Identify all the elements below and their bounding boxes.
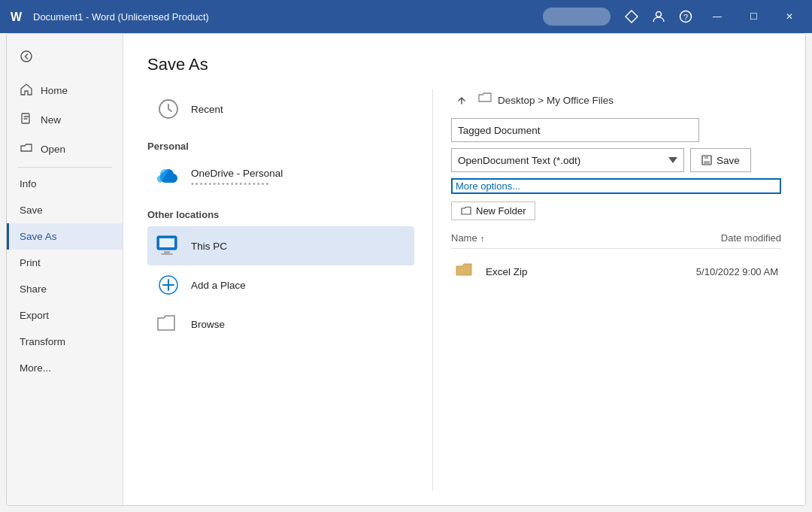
sidebar-item-print[interactable]: Print (7, 250, 123, 276)
svg-rect-10 (159, 238, 174, 247)
sidebar-item-export[interactable]: Export (7, 302, 123, 329)
sidebar-item-info[interactable]: Info (7, 171, 123, 197)
diamond-icon[interactable] (620, 5, 644, 29)
file-browser: Desktop > My Office Files OpenDocument T… (433, 89, 781, 490)
svg-text:W: W (11, 11, 23, 23)
breadcrumb-up-button[interactable] (451, 89, 472, 111)
sidebar-item-home[interactable]: Home (7, 76, 123, 105)
location-add-place[interactable]: Add a Place (147, 265, 414, 304)
add-place-icon (155, 271, 182, 298)
sidebar-export-label: Export (20, 310, 49, 321)
app-logo: W (6, 6, 27, 27)
onedrive-info: OneDrive - Personal •••••••••••••••••• (191, 168, 283, 188)
sidebar-divider-1 (17, 167, 112, 168)
svg-text:?: ? (683, 13, 688, 22)
locations-panel: Recent Personal OneDrive - Personal ••••… (147, 89, 433, 490)
file-date: 5/10/2022 9:00 AM (658, 266, 778, 277)
sidebar-item-more[interactable]: More... (7, 355, 123, 381)
sidebar-save-label: Save (20, 204, 43, 216)
location-recent[interactable]: Recent (147, 89, 414, 129)
sidebar-item-saveas[interactable]: Save As (7, 223, 123, 250)
other-section-label: Other locations (147, 209, 414, 220)
onedrive-name: OneDrive - Personal (191, 168, 283, 179)
user-avatar[interactable] (543, 8, 611, 26)
sidebar-home-label: Home (41, 85, 68, 96)
home-icon (20, 83, 33, 98)
close-button[interactable]: ✕ (773, 0, 806, 33)
maximize-button[interactable]: ☐ (737, 0, 770, 33)
personal-section-label: Personal (147, 141, 414, 152)
window-title: Document1 - Word (Unlicensed Product) (33, 11, 543, 23)
location-onedrive[interactable]: OneDrive - Personal •••••••••••••••••• (147, 158, 414, 197)
filename-input[interactable] (451, 118, 699, 142)
location-this-pc[interactable]: This PC (147, 226, 414, 265)
file-name: Excel Zip (486, 266, 658, 277)
sidebar-item-new[interactable]: New (7, 105, 123, 135)
onedrive-icon (155, 164, 182, 191)
this-pc-icon (155, 232, 182, 259)
more-options-link[interactable]: More options... (451, 178, 781, 194)
saveas-layout: Recent Personal OneDrive - Personal ••••… (147, 89, 781, 490)
title-bar: W Document1 - Word (Unlicensed Product) … (0, 0, 812, 33)
save-button[interactable]: Save (690, 148, 751, 172)
onedrive-sub: •••••••••••••••••• (191, 179, 283, 188)
svg-point-6 (21, 51, 32, 62)
sidebar-open-label: Open (41, 144, 65, 155)
app-body: Home New Open Info Save (6, 33, 806, 506)
main-content: Save As Recent Personal (123, 34, 805, 505)
svg-marker-2 (626, 11, 638, 23)
save-button-label: Save (717, 155, 740, 166)
file-folder-icon (454, 259, 478, 283)
sidebar-share-label: Share (20, 283, 47, 295)
new-folder-label: New Folder (476, 205, 526, 217)
page-title: Save As (147, 55, 781, 74)
recent-label: Recent (191, 104, 223, 115)
sidebar-print-label: Print (20, 257, 41, 268)
format-row: OpenDocument Text (*.odt) Save (451, 148, 781, 172)
svg-point-3 (656, 12, 662, 17)
browse-label: Browse (191, 319, 225, 330)
sidebar-item-share[interactable]: Share (7, 276, 123, 302)
sidebar-item-open[interactable]: Open (7, 135, 123, 164)
back-button[interactable] (13, 43, 40, 70)
recent-icon (155, 95, 182, 123)
svg-rect-15 (704, 156, 708, 159)
file-list-header: Name ↑ Date modified (451, 232, 781, 249)
table-row[interactable]: Excel Zip 5/10/2022 9:00 AM (451, 252, 781, 291)
help-icon[interactable]: ? (674, 5, 698, 29)
svg-rect-12 (161, 253, 173, 255)
add-place-label: Add a Place (191, 280, 246, 291)
svg-rect-16 (704, 161, 710, 164)
sidebar-new-label: New (41, 114, 61, 126)
browse-icon (155, 311, 182, 338)
svg-rect-11 (164, 251, 170, 253)
sidebar-more-label: More... (20, 362, 51, 374)
breadcrumb-folder-icon (478, 92, 492, 108)
new-folder-button[interactable]: New Folder (451, 201, 535, 220)
sidebar: Home New Open Info Save (7, 34, 123, 505)
this-pc-label: This PC (191, 241, 227, 252)
column-date-modified: Date modified (661, 232, 781, 244)
account-icon[interactable] (647, 5, 671, 29)
breadcrumb-path: Desktop > My Office Files (498, 95, 614, 106)
new-icon (20, 113, 33, 127)
sidebar-item-transform[interactable]: Transform (7, 329, 123, 355)
sidebar-info-label: Info (20, 178, 37, 189)
column-name[interactable]: Name ↑ (451, 232, 661, 244)
file-format-select[interactable]: OpenDocument Text (*.odt) (451, 148, 684, 172)
minimize-button[interactable]: — (701, 0, 734, 33)
sidebar-transform-label: Transform (20, 336, 65, 347)
breadcrumb-bar: Desktop > My Office Files (451, 89, 781, 111)
window-controls: ? — ☐ ✕ (543, 0, 806, 33)
sidebar-saveas-label: Save As (20, 231, 57, 242)
sort-icon: ↑ (480, 234, 485, 243)
location-browse[interactable]: Browse (147, 304, 414, 344)
open-icon (20, 142, 33, 156)
sidebar-item-save[interactable]: Save (7, 197, 123, 223)
